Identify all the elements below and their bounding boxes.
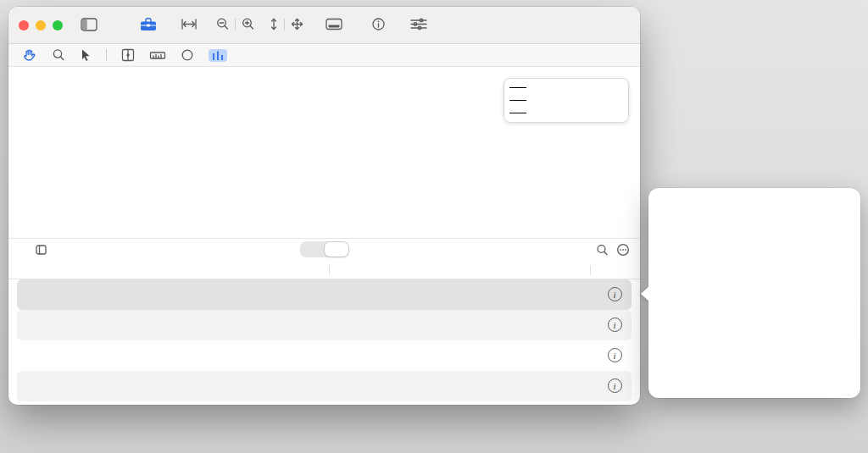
parameters-button[interactable] [404, 17, 433, 33]
reflexions-icon [325, 17, 343, 31]
info-cell: i [600, 378, 629, 393]
table-row-1[interactable]: i [17, 279, 632, 310]
peaks-phases-segmented-control [300, 241, 349, 257]
divider [235, 19, 236, 30]
header-divider [329, 265, 330, 275]
info-button[interactable]: i [608, 318, 622, 332]
reflexions-button[interactable] [320, 17, 348, 33]
table-row-2[interactable]: i [17, 310, 632, 340]
sliders-icon [409, 17, 428, 31]
close-window-button[interactable] [19, 20, 29, 30]
chart-legend [504, 78, 629, 123]
minimize-window-button[interactable] [36, 20, 46, 30]
vertical-scale-icon [269, 17, 279, 31]
app-window: i i [8, 7, 640, 405]
table-rows: i i [8, 279, 640, 401]
sidebar-icon [81, 18, 97, 31]
legend-item-analcime-1[interactable] [509, 95, 623, 106]
select-cursor-icon[interactable] [80, 48, 92, 62]
results-table: i i [8, 238, 640, 401]
plot-tools-toolbar [8, 44, 640, 67]
pan-hand-icon[interactable] [22, 48, 37, 62]
circle-tool-icon[interactable] [181, 48, 194, 62]
ruler-tool-icon[interactable] [149, 48, 166, 62]
range-icon [180, 17, 198, 31]
zoom-buttons [215, 17, 255, 33]
table-row-3[interactable]: i [17, 340, 632, 371]
range-button[interactable] [175, 17, 203, 33]
divider [106, 49, 107, 61]
info-circle-icon [371, 17, 386, 31]
fullscreen-window-button[interactable] [53, 20, 63, 30]
notes-button[interactable] [364, 17, 392, 33]
info-cell: i [600, 318, 629, 332]
zoom-in-icon[interactable] [241, 17, 255, 31]
info-button[interactable]: i [608, 378, 622, 393]
segment-phases[interactable] [325, 242, 348, 257]
toolbox-icon [139, 17, 158, 31]
table-toolbar [8, 239, 640, 261]
header-divider [590, 265, 591, 275]
window-controls [19, 20, 63, 30]
peak-edit-tool-icon[interactable] [121, 48, 135, 62]
table-row-4[interactable]: i [17, 371, 632, 401]
observed-line-swatch [509, 87, 526, 88]
legend-item-analcime-2[interactable] [509, 108, 623, 119]
diffraction-chart [8, 67, 640, 238]
info-button[interactable]: i [608, 348, 622, 362]
popover-arrow [641, 286, 649, 301]
table-header [8, 261, 640, 279]
titlebar [8, 7, 640, 44]
magnify-tool-icon[interactable] [52, 48, 65, 62]
info-button[interactable]: i [608, 287, 622, 301]
move-icon [290, 17, 304, 31]
panel-toggle-icon[interactable] [36, 245, 47, 255]
hkl-markers-toggle[interactable] [209, 49, 227, 62]
more-options-icon[interactable] [616, 243, 630, 257]
analcime2-line-swatch [509, 113, 526, 113]
phase-detail-popover [648, 188, 860, 398]
autoscale-button[interactable] [269, 17, 304, 33]
info-cell: i [600, 348, 629, 362]
info-cell: i [600, 287, 629, 301]
segment-peaks[interactable] [301, 242, 325, 257]
sidebar-button[interactable] [75, 18, 103, 33]
legend-item-observed[interactable] [509, 82, 623, 93]
divider [284, 19, 285, 30]
analcime1-line-swatch [509, 100, 526, 101]
zoom-out-icon[interactable] [215, 17, 230, 31]
tools-button[interactable] [134, 17, 163, 33]
table-search-icon[interactable] [596, 244, 609, 257]
hkl-bars-icon [211, 50, 225, 61]
